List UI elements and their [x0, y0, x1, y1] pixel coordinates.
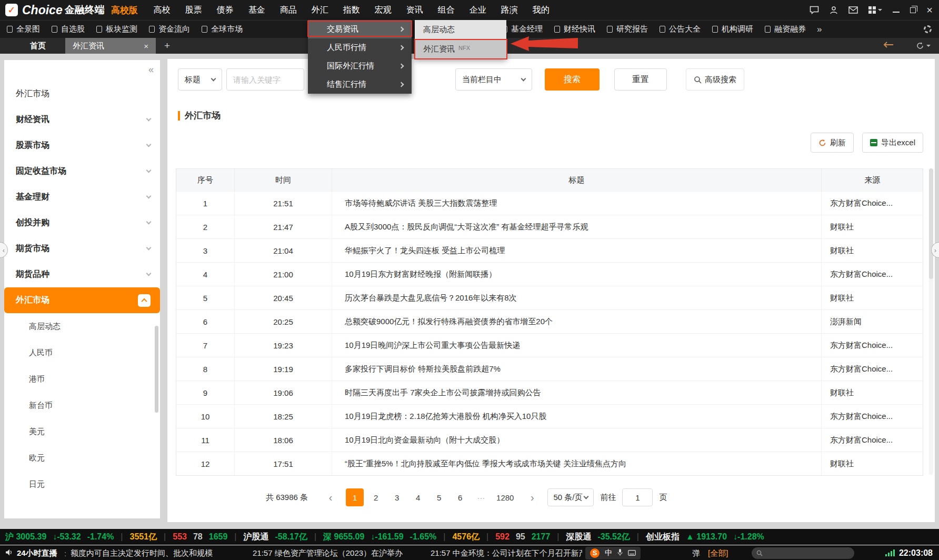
table-row[interactable]: 11 18:06 10月19日北向资金最新动向（附十大成交股） 东方财富Choi… [176, 428, 923, 452]
page-number-button[interactable]: 3 [388, 488, 406, 506]
sidebar-subitem[interactable]: 高层动态 [4, 313, 160, 339]
main-menu-item[interactable]: 宏观 [367, 5, 399, 16]
main-menu-item[interactable]: 商品 [273, 5, 304, 16]
sidebar-subitem[interactable]: 人民币 [4, 339, 160, 366]
table-row[interactable]: 4 21:00 10月19日东方财富财经晚报（附新闻联播） 东方财富Choice… [176, 262, 923, 286]
table-row[interactable]: 9 19:06 时隔三天再度出手 7家央企上市公司披露增持或回购公告 财联社 [176, 381, 923, 404]
scope-select[interactable]: 当前栏目中 [455, 68, 532, 91]
page-size-select[interactable]: 50 条/页 [547, 488, 594, 506]
restore-button[interactable] [910, 7, 916, 13]
table-row[interactable]: 8 19:19 多家投行下调目标价 特斯拉美股盘前跌超7% 东方财富Choice… [176, 357, 923, 381]
next-page-button[interactable]: › [523, 488, 541, 506]
live-headline-1[interactable]: 额度内可自主决定发行时间、批次和规模 [71, 548, 213, 558]
user-icon[interactable] [830, 6, 838, 14]
table-row[interactable]: 5 20:45 历次茅台暴跌是大盘见底信号？2016年以来有8次 财联社 [176, 286, 923, 309]
sidebar-group[interactable]: 基金理财 [4, 184, 160, 210]
apps-grid-icon[interactable] [868, 6, 882, 14]
sidebar-group[interactable]: 期货品种 [4, 262, 160, 287]
prev-page-button[interactable]: ‹ [322, 488, 339, 506]
submenu-item-top-news[interactable]: 高层动态 [415, 20, 506, 39]
toolbar-item[interactable]: 机构调研 [706, 21, 759, 38]
export-excel-button[interactable]: 导出excel [862, 133, 923, 153]
page-number-button[interactable]: 6 [451, 488, 469, 506]
main-menu-item[interactable]: 高校 [146, 5, 178, 16]
close-icon[interactable]: × [144, 42, 148, 51]
sidebar-collapse-button[interactable]: « [148, 64, 154, 75]
menu-item-settlement-quotes[interactable]: 结售汇行情 [308, 75, 412, 94]
table-scrollbar[interactable] [929, 168, 933, 475]
page-number-button[interactable]: 4 [409, 488, 427, 506]
chat-icon[interactable] [810, 6, 819, 14]
toolbar-item[interactable]: 财经快讯 [548, 21, 601, 38]
sidebar-group[interactable]: 股票市场 [4, 133, 160, 158]
main-menu-item[interactable]: 我的 [525, 5, 557, 16]
table-row[interactable]: 10 18:25 10月19日龙虎榜：2.18亿抢筹大港股份 机构净买入10只股… [176, 404, 923, 428]
gear-icon[interactable] [924, 25, 932, 33]
add-tab-button[interactable]: + [164, 40, 170, 52]
sidebar-item-active[interactable]: 外汇市场 [4, 287, 160, 313]
table-row[interactable]: 7 19:23 10月19日晚间沪深上市公司重大事项公告最新快递 东方财富Cho… [176, 333, 923, 357]
ime-logo-icon[interactable]: S [590, 548, 600, 558]
sidebar-subitem[interactable]: 新台币 [4, 392, 160, 418]
refresh-button[interactable]: 刷新 [811, 133, 854, 153]
tab-home[interactable]: 首页 [18, 41, 58, 51]
page-number-button[interactable]: ··· [472, 488, 490, 506]
all-filter-badge[interactable]: [全部] [708, 548, 728, 558]
menu-item-trade-news[interactable]: 交易资讯 [308, 20, 412, 38]
toolbar-item[interactable]: 研究报告 [601, 21, 654, 38]
main-menu-item[interactable]: 指数 [336, 5, 367, 16]
close-button[interactable]: × [926, 5, 933, 15]
search-button[interactable]: 搜索 [545, 68, 600, 91]
sidebar-group[interactable]: 创投并购 [4, 210, 160, 236]
reset-button[interactable]: 重置 [614, 68, 667, 91]
sidebar-subitem[interactable]: 日元 [4, 471, 160, 497]
chevron-up-icon[interactable] [138, 294, 151, 307]
toolbar-item[interactable]: 全球市场 [196, 21, 248, 38]
keyword-input[interactable] [226, 68, 304, 91]
sidebar-subitem[interactable]: 美元 [4, 418, 160, 445]
page-number-button[interactable]: 1280 [493, 488, 517, 506]
goto-page-input[interactable] [622, 488, 653, 506]
minimize-button[interactable] [893, 7, 900, 13]
table-row[interactable]: 6 20:25 总额突破9000亿元！拟发行特殊再融资债券的省市增至20个 澎湃… [176, 309, 923, 333]
field-select[interactable]: 标题 [178, 68, 222, 91]
sidebar-group[interactable]: 财经资讯 [4, 107, 160, 133]
table-row[interactable]: 12 17:51 “股王”重挫5%！北向持股减至年内低位 季报大考或成市场关键 … [176, 452, 923, 475]
toolbar-item[interactable]: 自选股 [46, 21, 91, 38]
menu-item-intl-fx-quotes[interactable]: 国际外汇行情 [308, 57, 412, 75]
sidebar-subitem[interactable]: 港币 [4, 366, 160, 392]
statusbar-search-input[interactable] [752, 547, 854, 559]
main-menu-item[interactable]: 企业 [462, 5, 494, 16]
mic-icon[interactable] [617, 548, 623, 557]
sidebar-scrollbar[interactable] [155, 326, 158, 413]
main-menu-item[interactable]: 资讯 [399, 5, 431, 16]
back-arrow-icon[interactable] [882, 41, 894, 51]
live-headline-3[interactable]: 21:57 中金环境：公司计划在下个月召开新产品 [431, 548, 582, 558]
toolbar-item[interactable]: 融资融券 [759, 21, 812, 38]
page-number-button[interactable]: 1 [346, 488, 364, 506]
toolbar-item[interactable]: 板块监测 [91, 21, 143, 38]
sidebar-subitem[interactable]: 欧元 [4, 445, 160, 471]
refresh-icon[interactable] [916, 42, 931, 50]
submenu-item-fx-news[interactable]: 外汇资讯 NFX [415, 39, 506, 59]
sidebar-group[interactable]: 期货市场 [4, 236, 160, 262]
advanced-search-button[interactable]: 高级搜索 [686, 68, 744, 91]
keyboard-icon[interactable] [628, 548, 636, 557]
sidebar-item[interactable]: 外汇市场 [4, 81, 160, 107]
table-row[interactable]: 1 21:51 市场等待鲍威尔讲话 美股三大指数震荡整理 东方财富Choice.… [176, 191, 923, 215]
toolbar-item[interactable]: 公告大全 [654, 21, 706, 38]
table-row[interactable]: 2 21:47 A股又到3000点：股民反向调侃“大哥这次准” 有基金经理超乎寻… [176, 215, 923, 238]
main-menu-item[interactable]: 债券 [209, 5, 241, 16]
live-headline-2[interactable]: 21:57 绿色资产管理论坛（2023）在沪举办 [253, 548, 403, 558]
tab-fx-news[interactable]: 外汇资讯 × [65, 38, 156, 54]
page-number-button[interactable]: 5 [430, 488, 448, 506]
ime-language-toggle[interactable]: 中 [605, 548, 612, 558]
main-menu-item[interactable]: 股票 [178, 5, 209, 16]
main-menu-item[interactable]: 组合 [431, 5, 462, 16]
toolbar-item[interactable]: 资金流向 [143, 21, 196, 38]
toolbar-item[interactable]: 全景图 [1, 21, 46, 38]
menu-item-rmb-quotes[interactable]: 人民币行情 [308, 38, 412, 57]
main-menu-item[interactable]: 路演 [494, 5, 525, 16]
page-number-button[interactable]: 2 [367, 488, 385, 506]
main-menu-item[interactable]: 外汇 [304, 5, 336, 16]
